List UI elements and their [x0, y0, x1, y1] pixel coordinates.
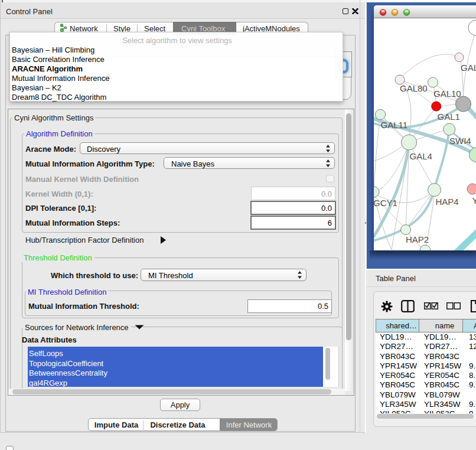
svg-text:SWI4: SWI4	[449, 136, 471, 146]
svg-text:HAP4: HAP4	[436, 197, 459, 207]
svg-text:HAP2: HAP2	[406, 234, 429, 244]
svg-text:GAL4: GAL4	[410, 151, 432, 161]
svg-text:GAL10: GAL10	[433, 89, 461, 99]
svg-text:GAL1: GAL1	[438, 112, 460, 122]
svg-text:Y: Y	[472, 195, 476, 206]
svg-text:GAL80: GAL80	[400, 83, 428, 93]
svg-text:GAL11: GAL11	[381, 120, 408, 130]
svg-text:GAL: GAL	[461, 63, 476, 73]
svg-text:GCY1: GCY1	[374, 198, 397, 208]
